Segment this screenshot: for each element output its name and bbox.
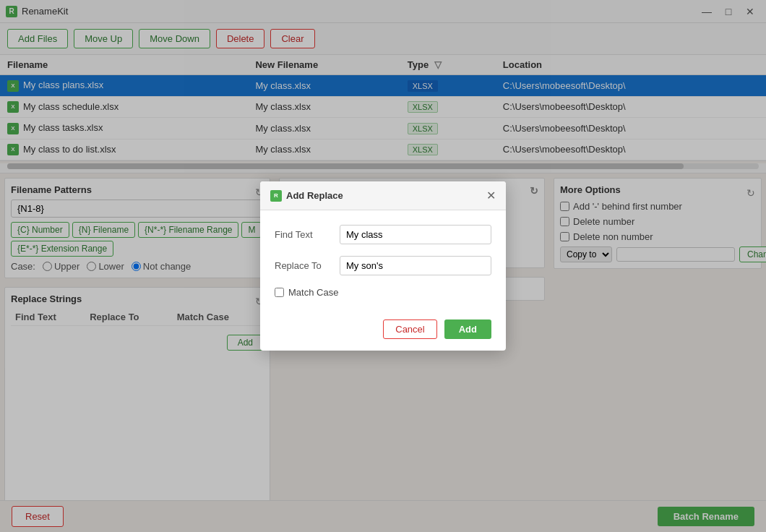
modal-body: Find Text Replace To Match Case [260, 210, 506, 312]
modal-icon: R [270, 190, 282, 202]
modal-title: Add Replace [286, 190, 343, 201]
add-replace-modal: R Add Replace ✕ Find Text Replace To Mat… [260, 181, 506, 351]
modal-replace-to-input[interactable] [340, 256, 491, 275]
modal-add-button[interactable]: Add [444, 319, 491, 339]
modal-cancel-button[interactable]: Cancel [383, 319, 436, 339]
modal-overlay: R Add Replace ✕ Find Text Replace To Mat… [0, 0, 766, 532]
modal-replace-to-label: Replace To [275, 260, 340, 271]
modal-match-case-row: Match Case [275, 287, 491, 298]
modal-find-text-field: Find Text [275, 225, 491, 244]
modal-header: R Add Replace ✕ [260, 181, 506, 210]
modal-match-case-label: Match Case [288, 287, 338, 298]
modal-find-text-input[interactable] [340, 225, 491, 244]
modal-close-button[interactable]: ✕ [486, 189, 496, 202]
modal-match-case-cb[interactable] [275, 288, 284, 297]
modal-find-text-label: Find Text [275, 229, 340, 240]
modal-replace-to-field: Replace To [275, 256, 491, 275]
modal-title-group: R Add Replace [270, 190, 343, 202]
modal-footer: Cancel Add [260, 312, 506, 351]
modal-icon-label: R [274, 192, 278, 199]
